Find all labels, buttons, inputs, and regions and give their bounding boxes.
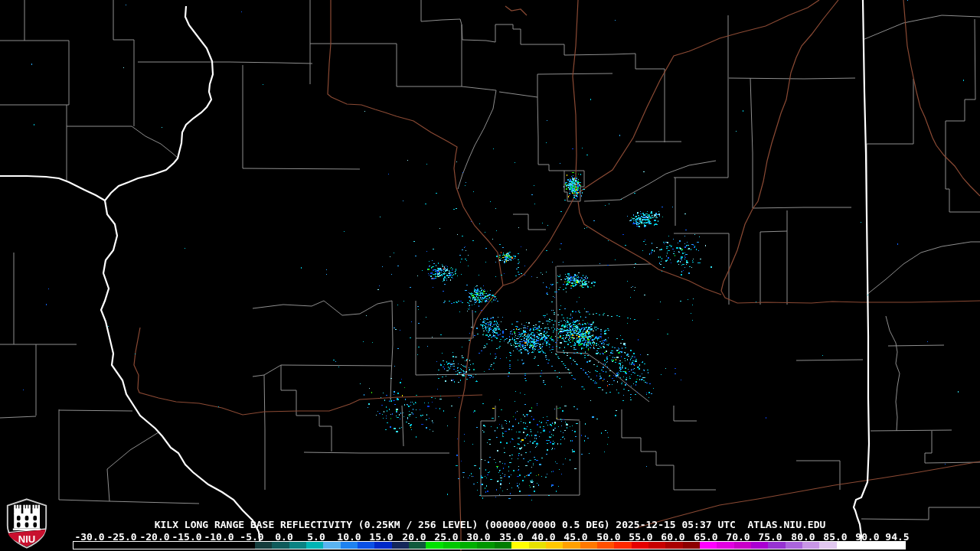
colorbar-segment: [751, 542, 768, 549]
colorbar-segment: [683, 542, 700, 549]
colorbar-segment: [323, 542, 340, 549]
colorbar-segment: [546, 542, 563, 549]
colorbar-segment: [700, 542, 717, 549]
colorbar-segment: [786, 542, 802, 549]
colorbar-segment: [255, 542, 272, 549]
colorbar-segment: [837, 542, 854, 549]
radar-map-canvas: [0, 0, 980, 551]
colorbar-segment: [443, 542, 460, 549]
reflectivity-scale-labels: -30.0-25.0-20.0-15.0-10.0-5.00.05.010.01…: [0, 531, 980, 540]
radar-title: KILX LONG RANGE BASE REFLECTIVITY (0.25K…: [0, 519, 980, 530]
niu-logo-text: NIU: [18, 533, 35, 545]
colorbar-segment: [272, 542, 289, 549]
colorbar-segment: [529, 542, 546, 549]
colorbar-segment: [495, 542, 511, 549]
colorbar-segment: [460, 542, 477, 549]
colorbar-color-strip: [255, 542, 905, 549]
colorbar-segment: [426, 542, 443, 549]
colorbar-segment: [392, 542, 409, 549]
niu-logo: NIU: [5, 497, 48, 549]
colorbar-segment: [358, 542, 374, 549]
radar-app-window: KILX LONG RANGE BASE REFLECTIVITY (0.25K…: [0, 0, 980, 551]
colorbar-segment: [409, 542, 426, 549]
colorbar-segment: [511, 542, 528, 549]
colorbar-segment: [802, 542, 819, 549]
colorbar-segment: [580, 542, 597, 549]
colorbar-segment: [871, 542, 887, 549]
colorbar-segment: [341, 542, 358, 549]
colorbar-segment: [734, 542, 751, 549]
colorbar-segment: [374, 542, 391, 549]
colorbar-segment: [768, 542, 785, 549]
niu-shield-icon: NIU: [5, 497, 48, 549]
colorbar-segment: [854, 542, 871, 549]
colorbar-segment: [819, 542, 836, 549]
colorbar-segment: [597, 542, 614, 549]
colorbar-segment: [717, 542, 733, 549]
colorbar-segment: [563, 542, 580, 549]
colorbar-segment: [648, 542, 665, 549]
colorbar-segment: [888, 542, 905, 549]
colorbar-segment: [614, 542, 631, 549]
colorbar-segment: [306, 542, 323, 549]
reflectivity-colorbar: [73, 541, 906, 549]
colorbar-segment: [665, 542, 682, 549]
colorbar-segment: [289, 542, 306, 549]
colorbar-segment: [477, 542, 494, 549]
colorbar-segment: [632, 542, 648, 549]
